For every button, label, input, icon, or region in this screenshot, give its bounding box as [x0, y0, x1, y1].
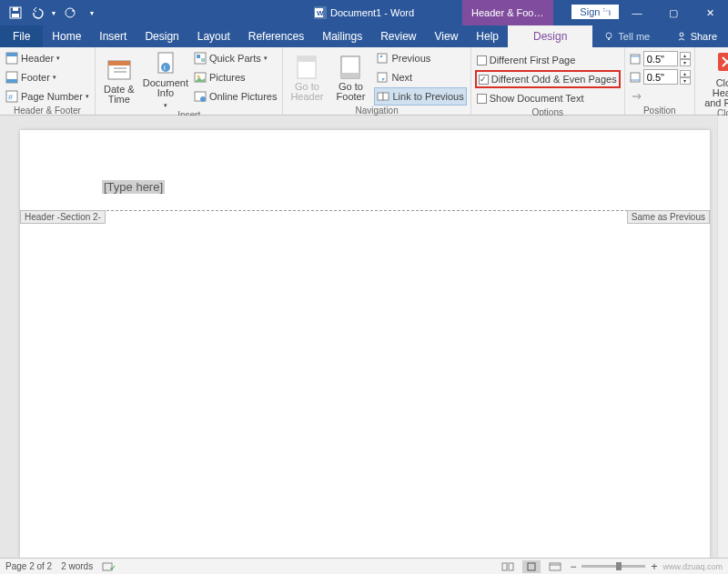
group-position: ▴▾ ▴▾ Position: [625, 47, 695, 115]
diff-first-label: Different First Page: [490, 55, 576, 65]
tab-layout[interactable]: Layout: [188, 25, 239, 47]
svg-rect-1: [13, 7, 18, 11]
goto-footer-button[interactable]: Go to Footer: [330, 49, 370, 106]
status-bar: Page 2 of 2 2 words − + www.dzuaq.com: [0, 558, 728, 574]
insert-alignment-tab-button[interactable]: [629, 87, 691, 106]
svg-point-9: [680, 33, 683, 36]
header-button[interactable]: Header▾: [4, 49, 91, 67]
tab-icon: [631, 90, 643, 103]
svg-rect-44: [502, 563, 507, 570]
web-layout-icon[interactable]: [546, 560, 564, 573]
svg-rect-8: [608, 38, 610, 40]
header-top-position[interactable]: ▴▾: [629, 51, 691, 66]
goto-footer-icon: [338, 55, 363, 80]
spin-down-icon[interactable]: ▾: [680, 77, 691, 85]
page[interactable]: [Type here] Header -Section 2- Same as P…: [20, 130, 710, 558]
date-time-icon: [106, 57, 132, 83]
tell-me-search[interactable]: Tell me: [603, 25, 650, 47]
svg-rect-17: [108, 61, 130, 65]
tab-references[interactable]: References: [239, 25, 313, 47]
zoom-slider[interactable]: [581, 565, 645, 568]
lightbulb-icon: [603, 31, 614, 42]
spin-down-icon[interactable]: ▾: [680, 59, 691, 66]
close-label: Close Header and Footer: [699, 78, 728, 108]
qat-customize-icon[interactable]: ▾: [82, 3, 102, 23]
next-icon: [376, 71, 389, 84]
tab-insert[interactable]: Insert: [90, 25, 136, 47]
svg-point-21: [161, 63, 170, 72]
window-title: W Document1 - Word: [314, 6, 414, 19]
page-indicator[interactable]: Page 2 of 2: [5, 561, 52, 571]
dropdown-icon: ▾: [264, 55, 268, 62]
document-info-button[interactable]: iDocument Info▾: [143, 49, 188, 110]
share-button[interactable]: Share: [676, 25, 728, 47]
contextual-tab-title: Header & Footer T...: [462, 0, 553, 25]
print-layout-icon[interactable]: [522, 560, 541, 573]
pictures-button[interactable]: Pictures: [192, 68, 279, 86]
word-count[interactable]: 2 words: [61, 561, 93, 571]
header-top-input[interactable]: [643, 51, 678, 66]
spellcheck-icon[interactable]: [102, 561, 115, 572]
link-to-previous-button[interactable]: Link to Previous: [374, 87, 466, 106]
tab-mailings[interactable]: Mailings: [313, 25, 371, 47]
tab-help[interactable]: Help: [467, 25, 508, 47]
document-info-icon: i: [153, 51, 178, 76]
redo-icon[interactable]: [60, 3, 80, 23]
previous-label: Previous: [391, 53, 430, 64]
tab-review[interactable]: Review: [371, 25, 425, 47]
tab-design[interactable]: Design: [136, 25, 187, 47]
different-first-page-checkbox[interactable]: Different First Page: [475, 51, 621, 69]
vertical-scrollbar[interactable]: [717, 116, 728, 558]
close-window-button[interactable]: ✕: [692, 0, 728, 25]
svg-text:W: W: [317, 9, 324, 17]
online-pictures-button[interactable]: Online Pictures: [192, 87, 279, 106]
footer-bottom-input[interactable]: [643, 69, 678, 85]
quick-parts-label: Quick Parts: [209, 53, 261, 64]
quick-parts-button[interactable]: Quick Parts▾: [192, 49, 279, 67]
spin-up-icon[interactable]: ▴: [680, 52, 691, 59]
dropdown-icon: ▾: [164, 100, 167, 110]
svg-rect-24: [197, 55, 200, 58]
link-previous-label: Link to Previous: [392, 91, 463, 102]
show-doc-label: Show Document Text: [490, 93, 584, 104]
next-button[interactable]: Next: [374, 68, 466, 86]
different-odd-even-checkbox[interactable]: ✓Different Odd & Even Pages: [475, 70, 621, 88]
undo-icon[interactable]: [27, 3, 47, 23]
show-document-text-checkbox[interactable]: Show Document Text: [475, 89, 621, 107]
ribbon-options-icon[interactable]: ▣: [590, 0, 619, 25]
close-header-footer-button[interactable]: Close Header and Footer: [699, 49, 728, 108]
same-as-previous-tag: Same as Previous: [627, 210, 710, 224]
svg-rect-47: [550, 563, 561, 570]
share-icon: [676, 31, 687, 42]
zoom-out-button[interactable]: −: [570, 560, 576, 573]
document-canvas[interactable]: [Type here] Header -Section 2- Same as P…: [0, 116, 717, 558]
footer-button[interactable]: Footer▾: [4, 68, 91, 86]
svg-rect-43: [103, 563, 112, 570]
tab-home[interactable]: Home: [43, 25, 90, 47]
page-number-button[interactable]: #Page Number▾: [4, 87, 91, 106]
group-options: Different First Page ✓Different Odd & Ev…: [471, 47, 625, 115]
spin-up-icon[interactable]: ▴: [680, 70, 691, 77]
tab-file[interactable]: File: [0, 25, 43, 47]
footer-bottom-position[interactable]: ▴▾: [629, 69, 691, 85]
checkbox-icon: [477, 55, 487, 65]
svg-rect-25: [201, 58, 205, 62]
undo-dropdown-icon[interactable]: ▼: [49, 3, 58, 23]
maximize-button[interactable]: ▢: [655, 0, 692, 25]
online-pictures-icon: [194, 90, 207, 103]
zoom-in-button[interactable]: +: [651, 560, 657, 573]
header-icon: [5, 52, 18, 65]
svg-point-29: [200, 96, 206, 102]
next-label: Next: [391, 72, 412, 83]
minimize-button[interactable]: ―: [619, 0, 655, 25]
date-time-button[interactable]: Date & Time: [99, 49, 139, 110]
read-mode-icon[interactable]: [499, 560, 517, 573]
tab-contextual-design[interactable]: Design: [508, 25, 592, 47]
save-icon[interactable]: [5, 3, 25, 23]
online-pictures-label: Online Pictures: [209, 91, 278, 102]
date-time-label: Date & Time: [104, 85, 135, 105]
header-placeholder[interactable]: [Type here]: [102, 180, 165, 194]
quick-access-toolbar: ▼ ▾: [0, 3, 102, 23]
previous-button[interactable]: Previous: [374, 49, 466, 67]
tab-view[interactable]: View: [426, 25, 468, 47]
